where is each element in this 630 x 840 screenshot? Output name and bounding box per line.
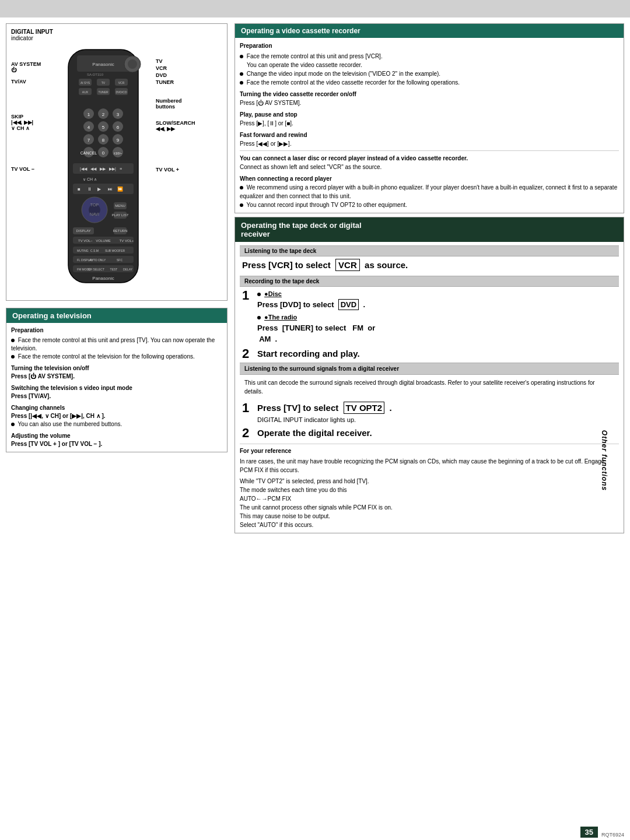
digital-step-1: 1 Press [TV] to select TV OPT2 . DIGITAL…: [240, 402, 619, 424]
svg-text:NAVI: NAVI: [90, 212, 99, 216]
tv-content: Preparation Face the remote control at t…: [6, 323, 227, 452]
step-1-content: ●Disc Press [DVD] to select DVD . ●The r…: [257, 289, 617, 345]
digital-step-2: 2 Operate the digital receiver.: [240, 427, 619, 440]
tv-vol-minus-label: TV VOL −: [11, 166, 51, 172]
svg-text:2: 2: [102, 112, 105, 117]
digital-step-2-num: 2: [242, 427, 254, 440]
for-reference: For your reference In rare cases, the un…: [240, 444, 619, 529]
av-system-label: AV SYSTEM ⏻: [11, 61, 51, 73]
tv-section: Operating a television Preparation Face …: [6, 308, 228, 452]
svg-text:MUTING: MUTING: [77, 249, 89, 252]
vcr-press-text: Press [VCR] to select VCR as source.: [242, 259, 408, 271]
vcr-rp-bullet-1: We recommend using a record player with …: [240, 183, 619, 201]
tv-sub-2: Switching the television s video input m…: [11, 384, 222, 392]
svg-text:DISPLAY: DISPLAY: [76, 229, 91, 233]
svg-text:≡: ≡: [120, 167, 122, 171]
svg-text:CH SELECT: CH SELECT: [88, 268, 104, 271]
tv-opt2-press: Press [TV] to select TV OPT2 .: [257, 402, 617, 415]
ref-para-7: Select "AUTO" if this occurs.: [240, 521, 619, 529]
svg-text:⏸: ⏸: [87, 187, 92, 192]
vcr-section: Operating a video cassette recorder Prep…: [235, 23, 624, 213]
vcr-press-1: Press [⏻ AV SYSTEM].: [240, 99, 619, 107]
svg-text:TV: TV: [102, 81, 106, 85]
svg-text:PLAY LIST: PLAY LIST: [111, 213, 128, 217]
vcr-sub-1: Turning the video cassette recorder on/o…: [240, 90, 619, 99]
svg-text:⏩: ⏩: [117, 186, 123, 192]
ref-title: For your reference: [240, 447, 619, 455]
tv-press-1: Press [⏻ AV SYSTEM].: [11, 372, 222, 381]
remote-svg-container: Panasonic SA-DT310 AI SYS TV VCR: [51, 44, 156, 296]
svg-rect-49: [73, 184, 134, 194]
content-area: DIGITAL INPUT indicator AV SYSTEM ⏻ TV/A…: [0, 17, 630, 824]
svg-text:6: 6: [117, 125, 120, 130]
listen-tape-bar: Listening to the tape deck: [240, 245, 619, 256]
page-num-area: 35 RQT6924: [0, 824, 630, 840]
tv-press-3: Press [|◀◀, ∨ CH] or [▶▶|, CH ∧ ].: [11, 412, 222, 420]
vcr-sub-2: Play, pause and stop: [240, 110, 619, 119]
vcr-rp-bullet-icon-2: [240, 203, 243, 207]
page: DIGITAL INPUT indicator AV SYSTEM ⏻ TV/A…: [0, 0, 630, 840]
tv-label: TV: [156, 58, 208, 64]
svg-text:RETURN: RETURN: [113, 229, 128, 233]
dvd-label: DVD: [156, 72, 208, 78]
radio-bullet: [257, 316, 261, 319]
tv-sub-3: Changing channels: [11, 404, 222, 412]
left-column: DIGITAL INPUT indicator AV SYSTEM ⏻ TV/A…: [6, 23, 228, 818]
svg-text:TUNER: TUNER: [98, 90, 108, 94]
vcr-press-select: Press [VCR] to select VCR as source.: [240, 256, 619, 273]
tv-sub-1: Turning the television on/off: [11, 364, 222, 372]
tuner-label: TUNER: [156, 79, 208, 85]
svg-text:C.S.M: C.S.M: [90, 249, 99, 252]
record-tape-bar: Recording to the tape deck: [240, 276, 619, 287]
digital-input-label: DIGITAL INPUT indicator: [11, 29, 222, 41]
tv-section-header: Operating a television: [6, 308, 227, 323]
ref-para-5: The unit cannot process other signals wh…: [240, 503, 619, 512]
vcr-divider: [240, 150, 619, 151]
svg-text:SFC: SFC: [117, 258, 123, 262]
right-wrapper: Operating a video cassette recorder Prep…: [235, 23, 624, 818]
vcr-bullet-icon-1: [240, 55, 243, 58]
remote-right-labels: TV VCR DVD TUNER Numbered: [156, 44, 208, 296]
svg-text:DELAY: DELAY: [123, 268, 133, 271]
tape-step-1: 1 ●Disc Press [DVD] to select DVD .: [240, 289, 619, 345]
digital-step-1-num: 1: [242, 402, 254, 424]
vcr-press-3: Press [◀◀] or [▶▶].: [240, 139, 619, 148]
page-number: 35: [580, 827, 598, 838]
svg-text:VOLUME: VOLUME: [96, 239, 110, 242]
vcr-connect-line: Connect as shown left and select "VCR" a…: [240, 163, 619, 171]
step-2-num: 2: [242, 347, 254, 361]
tape-section-header: Operating the tape deck or digital recei…: [235, 217, 624, 242]
svg-text:DVD/CD: DVD/CD: [116, 90, 127, 94]
ref-para-2: While "TV OPT2" is selected, press and h…: [240, 477, 619, 486]
tv-bullet-2: Face the remote control at the televisio…: [11, 353, 222, 361]
vcr-bullet-2: Change the video input mode on the telev…: [240, 69, 619, 78]
slow-search-label: SLOW/SEARCH ◀◀, ▶▶: [156, 120, 208, 132]
svg-text:▶▶: ▶▶: [100, 167, 106, 171]
vcr-sub-3: Fast forward and rewind: [240, 131, 619, 139]
vcr-prep-title: Preparation: [240, 41, 619, 50]
svg-text:⏭: ⏭: [108, 187, 113, 192]
svg-text:▶: ▶: [97, 187, 102, 192]
ref-para-1: In rare cases, the unit may have trouble…: [240, 457, 619, 475]
svg-text:9: 9: [117, 138, 120, 143]
step-2-content: Start recording and play.: [257, 347, 617, 361]
vcr-bullet-1b: You can operate the video cassette recor…: [247, 61, 619, 69]
svg-text:■: ■: [78, 187, 80, 192]
vcr-rp-bullet-icon-1: [240, 186, 243, 189]
disc-bullet: [257, 293, 261, 296]
svg-text:7: 7: [88, 138, 90, 143]
svg-text:0: 0: [102, 150, 105, 156]
vcr-label: VCR: [156, 65, 208, 71]
svg-text:CANCEL: CANCEL: [80, 151, 97, 155]
vcr-record-player-heading: When connecting a record player: [240, 174, 619, 183]
digital-step-1-content: Press [TV] to select TV OPT2 . DIGITAL I…: [257, 402, 617, 424]
svg-text:▶▶|: ▶▶|: [109, 167, 116, 171]
vcr-bullet-3: Face the remote control at the video cas…: [240, 78, 619, 87]
disc-press: Press [DVD] to select DVD .: [257, 299, 617, 311]
remote-diagram-box: DIGITAL INPUT indicator AV SYSTEM ⏻ TV/A…: [6, 23, 228, 301]
radio-label: ●The radio: [264, 314, 297, 321]
tv-sub-4: Adjusting the volume: [11, 432, 222, 440]
tuner-press: Press [TUNER] to select FM or AM .: [257, 322, 617, 345]
vcr-bullet-1: Face the remote control at this unit and…: [240, 52, 619, 61]
bullet-icon-3: [11, 423, 15, 426]
